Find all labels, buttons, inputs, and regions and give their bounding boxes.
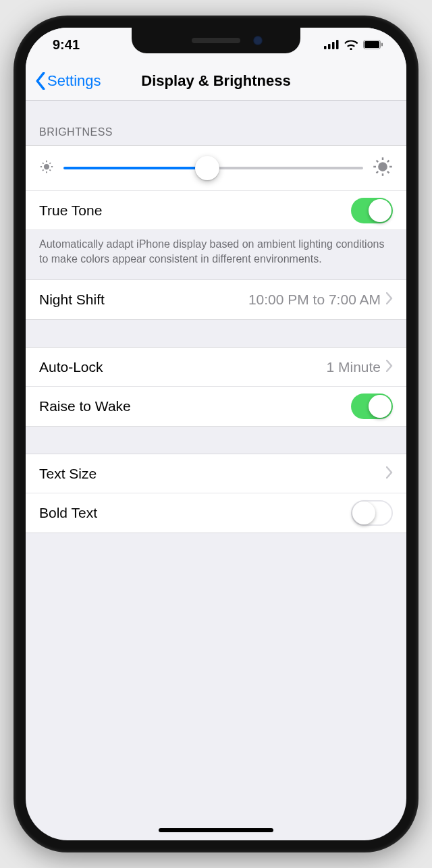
notch xyxy=(132,28,300,53)
svg-rect-5 xyxy=(364,41,379,48)
bold-text-cell: Bold Text xyxy=(26,493,406,533)
auto-lock-label: Auto-Lock xyxy=(39,359,326,375)
back-button[interactable]: Settings xyxy=(35,72,101,90)
svg-line-14 xyxy=(43,169,44,171)
sun-max-icon xyxy=(373,157,393,180)
lock-group: Auto-Lock 1 Minute Raise to Wake xyxy=(26,347,406,427)
text-group: Text Size Bold Text xyxy=(26,454,406,533)
brightness-slider[interactable] xyxy=(63,167,363,169)
device-frame: 9:41 Settings Display & Brightness xyxy=(14,16,418,852)
navigation-bar: Settings Display & Brightness xyxy=(26,61,406,101)
raise-to-wake-cell: Raise to Wake xyxy=(26,387,406,426)
content-scroll[interactable]: BRIGHTNESS True Tone Automatically adapt… xyxy=(26,101,406,533)
svg-rect-3 xyxy=(336,40,339,49)
night-shift-group: Night Shift 10:00 PM to 7:00 AM xyxy=(26,279,406,320)
svg-line-24 xyxy=(387,161,389,163)
chevron-right-icon xyxy=(386,359,393,375)
brightness-section-header: BRIGHTNESS xyxy=(26,101,406,145)
true-tone-toggle[interactable] xyxy=(351,198,393,223)
cellular-signal-icon xyxy=(324,40,339,49)
brightness-slider-thumb[interactable] xyxy=(195,156,219,180)
night-shift-label: Night Shift xyxy=(39,292,248,308)
front-camera xyxy=(253,36,263,45)
auto-lock-value: 1 Minute xyxy=(326,359,381,375)
svg-rect-6 xyxy=(381,43,383,47)
text-size-label: Text Size xyxy=(39,466,386,482)
chevron-left-icon xyxy=(35,72,46,90)
svg-point-16 xyxy=(379,163,386,170)
sun-min-icon xyxy=(39,159,54,177)
true-tone-description: Automatically adapt iPhone display based… xyxy=(26,230,406,279)
svg-line-22 xyxy=(387,171,389,173)
screen: 9:41 Settings Display & Brightness xyxy=(26,28,406,840)
chevron-right-icon xyxy=(386,466,393,482)
auto-lock-cell[interactable]: Auto-Lock 1 Minute xyxy=(26,348,406,387)
chevron-right-icon xyxy=(386,292,393,308)
true-tone-cell: True Tone xyxy=(26,191,406,230)
svg-line-15 xyxy=(49,163,51,164)
svg-line-12 xyxy=(43,163,44,164)
svg-rect-2 xyxy=(332,42,335,49)
svg-line-23 xyxy=(377,171,379,173)
svg-line-13 xyxy=(49,169,51,171)
wifi-icon xyxy=(344,40,358,50)
back-label: Settings xyxy=(47,72,101,90)
status-time: 9:41 xyxy=(53,37,80,53)
true-tone-label: True Tone xyxy=(39,202,351,219)
svg-rect-1 xyxy=(328,44,331,49)
status-indicators xyxy=(324,40,383,50)
raise-to-wake-toggle[interactable] xyxy=(351,394,393,419)
svg-line-21 xyxy=(377,161,379,163)
home-indicator[interactable] xyxy=(159,828,273,832)
battery-icon xyxy=(363,40,383,49)
brightness-slider-cell xyxy=(26,145,406,191)
text-size-cell[interactable]: Text Size xyxy=(26,454,406,493)
night-shift-cell[interactable]: Night Shift 10:00 PM to 7:00 AM xyxy=(26,280,406,319)
svg-point-7 xyxy=(45,165,49,169)
bold-text-label: Bold Text xyxy=(39,505,351,521)
svg-rect-0 xyxy=(324,46,327,49)
raise-to-wake-label: Raise to Wake xyxy=(39,398,351,414)
speaker-grille xyxy=(192,38,240,43)
bold-text-toggle[interactable] xyxy=(351,500,393,526)
night-shift-value: 10:00 PM to 7:00 AM xyxy=(248,292,381,308)
